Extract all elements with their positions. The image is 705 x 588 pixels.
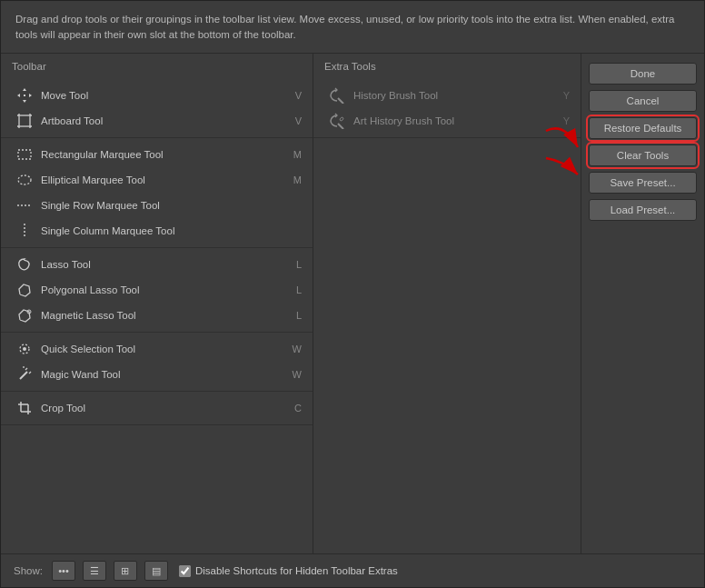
svg-point-15 bbox=[23, 347, 26, 351]
tool-shortcut-label: M bbox=[293, 174, 302, 185]
tool-name-label: Crop Tool bbox=[41, 403, 287, 414]
extra-tool-shortcut-label: Y bbox=[563, 115, 570, 126]
toolbar-tool-item[interactable]: Magic Wand ToolW bbox=[1, 362, 313, 387]
svg-point-10 bbox=[18, 175, 31, 184]
grid-icon: ⊞ bbox=[121, 565, 129, 577]
clear-tools-button[interactable]: Clear Tools bbox=[589, 145, 697, 166]
toolbar-icon: ☰ bbox=[90, 565, 99, 577]
extra-tool-item[interactable]: Art History Brush ToolY bbox=[313, 108, 581, 134]
tool-group-1: Rectangular Marquee ToolMElliptical Marq… bbox=[1, 138, 313, 248]
extra-tool-shortcut-label: Y bbox=[563, 90, 570, 101]
toolbar-tool-item[interactable]: Lasso ToolL bbox=[1, 252, 313, 277]
tool-shortcut-label: M bbox=[293, 149, 302, 160]
tool-shortcut-label: C bbox=[294, 403, 302, 414]
tool-name-label: Magic Wand Tool bbox=[41, 369, 285, 380]
toolbar-tool-item[interactable]: Single Column Marquee Tool bbox=[1, 218, 313, 244]
tool-icon bbox=[15, 340, 34, 358]
svg-line-16 bbox=[20, 372, 27, 379]
tool-group-4: Crop ToolC bbox=[1, 392, 313, 425]
toolbar-tool-item[interactable]: Move ToolV bbox=[1, 83, 313, 108]
tool-name-label: Quick Selection Tool bbox=[41, 344, 285, 354]
tool-icon bbox=[15, 86, 34, 105]
list-view-button[interactable]: ▤ bbox=[144, 561, 168, 581]
tool-shortcut-label: V bbox=[295, 90, 302, 101]
more-options-button[interactable]: ••• bbox=[52, 561, 75, 581]
toolbar-view-button[interactable]: ☰ bbox=[83, 561, 106, 581]
toolbar-panel-header: Toolbar bbox=[1, 54, 313, 75]
svg-line-17 bbox=[25, 368, 27, 370]
svg-line-18 bbox=[29, 372, 31, 374]
toolbar-tool-item[interactable]: Crop ToolC bbox=[1, 395, 313, 421]
extra-tool-item[interactable]: History Brush ToolY bbox=[313, 83, 581, 108]
toolbar-tool-item[interactable]: Polygonal Lasso ToolL bbox=[1, 277, 313, 303]
tool-group-3: Quick Selection ToolWMagic Wand ToolW bbox=[1, 333, 313, 392]
svg-rect-9 bbox=[18, 150, 31, 159]
extra-tool-name-label: History Brush Tool bbox=[353, 90, 556, 101]
toolbar-tool-item[interactable]: Rectangular Marquee ToolM bbox=[1, 142, 313, 167]
tool-icon bbox=[15, 255, 34, 274]
extra-panel-header: Extra Tools bbox=[313, 54, 581, 75]
grid-view-button[interactable]: ⊞ bbox=[114, 561, 137, 581]
toolbar-tool-item[interactable]: Magnetic Lasso ToolL bbox=[1, 303, 313, 328]
tool-icon bbox=[15, 196, 34, 214]
extra-tool-icon bbox=[328, 86, 346, 105]
extra-tool-icon bbox=[328, 112, 346, 130]
load-preset-button[interactable]: Load Preset... bbox=[589, 199, 697, 221]
ellipsis-icon: ••• bbox=[58, 565, 69, 576]
tool-shortcut-label: L bbox=[296, 310, 302, 321]
tool-name-label: Single Row Marquee Tool bbox=[41, 200, 302, 211]
tool-shortcut-label: V bbox=[295, 115, 302, 126]
tool-icon bbox=[15, 112, 34, 130]
svg-line-25 bbox=[338, 124, 343, 129]
tool-icon bbox=[15, 145, 34, 164]
customize-toolbar-dialog: Drag and drop tools or their groupings i… bbox=[0, 0, 705, 588]
toolbar-list[interactable]: Move ToolVArtboard ToolVRectangular Marq… bbox=[1, 75, 313, 554]
description-text: Drag and drop tools or their groupings i… bbox=[1, 1, 704, 54]
tool-icon bbox=[15, 281, 34, 299]
toolbar-tool-item[interactable]: Quick Selection ToolW bbox=[1, 336, 313, 362]
disable-shortcuts-checkbox[interactable] bbox=[179, 565, 191, 577]
toolbar-tool-item[interactable]: Single Row Marquee Tool bbox=[1, 193, 313, 218]
extra-tool-name-label: Art History Brush Tool bbox=[353, 115, 556, 126]
tool-icon bbox=[15, 365, 34, 384]
restore-defaults-button[interactable]: Restore Defaults bbox=[589, 117, 697, 139]
bottom-bar: Show: ••• ☰ ⊞ ▤ Disable Shortcuts for Hi… bbox=[1, 553, 704, 587]
tool-shortcut-label: L bbox=[296, 284, 302, 295]
tool-name-label: Elliptical Marquee Tool bbox=[41, 174, 286, 185]
tool-icon bbox=[15, 306, 34, 324]
tool-shortcut-label: W bbox=[293, 369, 302, 380]
tool-name-label: Move Tool bbox=[41, 90, 288, 101]
show-label: Show: bbox=[14, 565, 43, 576]
tool-shortcut-label: W bbox=[293, 344, 302, 354]
save-preset-button[interactable]: Save Preset... bbox=[589, 172, 697, 194]
toolbar-tool-item[interactable]: Elliptical Marquee ToolM bbox=[1, 167, 313, 193]
tool-group-0: Move ToolVArtboard ToolV bbox=[1, 79, 313, 138]
tool-name-label: Lasso Tool bbox=[41, 259, 289, 270]
toolbar-tool-item[interactable]: Artboard ToolV bbox=[1, 108, 313, 134]
tool-icon bbox=[15, 222, 34, 240]
cancel-button[interactable]: Cancel bbox=[589, 90, 697, 112]
tool-shortcut-label: L bbox=[296, 259, 302, 270]
extra-tools-group: History Brush ToolYArt History Brush Too… bbox=[313, 79, 581, 138]
tool-group-2: Lasso ToolLPolygonal Lasso ToolLMagnetic… bbox=[1, 248, 313, 333]
tool-icon bbox=[15, 399, 34, 417]
extra-tools-list[interactable]: History Brush ToolYArt History Brush Too… bbox=[313, 75, 581, 554]
toolbar-panel: Toolbar Move ToolVArtboard ToolVRectangu… bbox=[1, 54, 313, 554]
buttons-panel: Done Cancel Restore Defaults Clear Tools… bbox=[581, 54, 704, 554]
disable-shortcuts-label: Disable Shortcuts for Hidden Toolbar Ext… bbox=[195, 565, 398, 576]
tool-name-label: Polygonal Lasso Tool bbox=[41, 284, 289, 295]
extra-tools-panel: Extra Tools History Brush ToolYArt Histo… bbox=[313, 54, 581, 554]
list-icon: ▤ bbox=[152, 565, 161, 577]
done-button[interactable]: Done bbox=[589, 63, 697, 85]
disable-shortcuts-container: Disable Shortcuts for Hidden Toolbar Ext… bbox=[179, 565, 398, 577]
svg-line-24 bbox=[338, 98, 343, 104]
tool-name-label: Rectangular Marquee Tool bbox=[41, 149, 286, 160]
tool-name-label: Magnetic Lasso Tool bbox=[41, 310, 289, 321]
tool-name-label: Artboard Tool bbox=[41, 115, 288, 126]
tool-name-label: Single Column Marquee Tool bbox=[41, 225, 302, 236]
tool-icon bbox=[15, 171, 34, 189]
svg-rect-0 bbox=[19, 115, 30, 126]
